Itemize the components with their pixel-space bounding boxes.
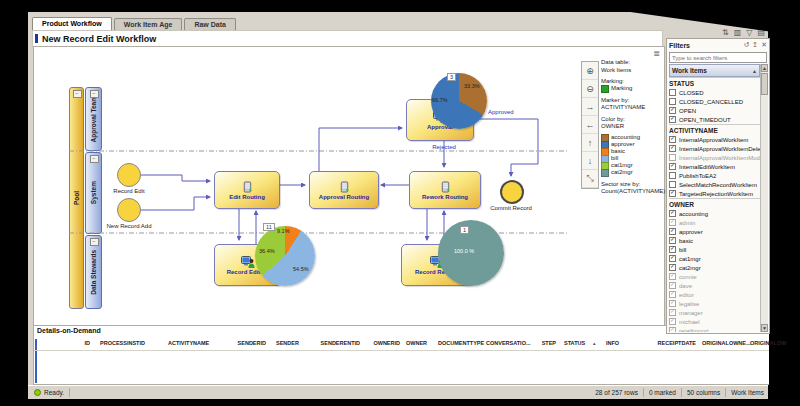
filter-checkbox-michael[interactable]: michael bbox=[669, 317, 760, 326]
pan-up-icon[interactable]: ↑ bbox=[582, 134, 598, 152]
filter-list: STATUS CLOSED CLOSED_CANCELLED OPEN OPEN… bbox=[669, 77, 760, 332]
filter-checkbox-selectmatchrecordworkitem[interactable]: SelectMatchRecordWorkItem bbox=[669, 180, 760, 189]
filter-table-group[interactable]: Work Items ▲ bbox=[669, 64, 760, 77]
checkbox-icon bbox=[669, 219, 676, 226]
legend-color-by-value[interactable]: OWNER bbox=[601, 123, 663, 131]
tab-work-item-age[interactable]: Work Item Age bbox=[114, 18, 183, 30]
collapse-panel-icon[interactable]: ↥ bbox=[752, 41, 758, 49]
filter-checkbox-closed[interactable]: CLOSED bbox=[669, 88, 760, 97]
legend-sector-value[interactable]: Count(ACTIVITYNAME) bbox=[601, 188, 663, 196]
column-header[interactable]: DOCUMENTTYPE bbox=[438, 340, 484, 346]
service-task-icon bbox=[242, 181, 253, 193]
zoom-out-icon[interactable]: ⊖ bbox=[582, 80, 598, 98]
panel-properties-icon[interactable]: ≣ bbox=[653, 49, 660, 58]
filter-checkbox-connie[interactable]: connie bbox=[669, 272, 760, 281]
checkbox-icon bbox=[669, 228, 676, 235]
scrollbar-thumb[interactable] bbox=[761, 73, 768, 95]
collapse-group-icon[interactable]: ▲ bbox=[752, 68, 757, 74]
column-header[interactable]: OWNER bbox=[406, 340, 427, 346]
close-panel-icon[interactable]: ✕ bbox=[761, 41, 767, 49]
filter-checkbox-cat1mgr[interactable]: cat1mgr bbox=[669, 254, 760, 263]
edge-label-rejected: Rejected bbox=[419, 144, 469, 150]
legend-marking[interactable]: Marking bbox=[601, 86, 663, 93]
checkbox-icon bbox=[669, 300, 676, 307]
checkbox-icon bbox=[669, 210, 676, 217]
filter-checkbox-open[interactable]: OPEN bbox=[669, 106, 760, 115]
filter-checkbox-internalapprovalworkitemdelete[interactable]: InternalApprovalWorkItemDelete bbox=[669, 144, 760, 153]
filter-checkbox-publishtoea2[interactable]: PublishToEA2 bbox=[669, 171, 760, 180]
filters-scrollbar[interactable]: ▲ ▼ bbox=[760, 64, 768, 332]
filter-checkbox-manager[interactable]: manager bbox=[669, 308, 760, 317]
collapse-lane-button[interactable]: − bbox=[90, 238, 99, 246]
filter-checkbox-internalapprovalworkitem[interactable]: InternalApprovalWorkItem bbox=[669, 135, 760, 144]
column-header[interactable]: OWNERID bbox=[364, 340, 400, 346]
column-header[interactable]: RECEIPTDATE bbox=[642, 340, 696, 346]
collapse-pool-button[interactable]: − bbox=[73, 90, 82, 98]
sort-icon[interactable]: ⇅ bbox=[722, 28, 729, 37]
start-event-record-edit[interactable] bbox=[117, 163, 141, 187]
title-accent-bar bbox=[35, 34, 38, 43]
collapse-lane-button[interactable]: − bbox=[90, 90, 99, 98]
service-task-icon bbox=[440, 181, 451, 193]
legend-item-cat2mgr[interactable]: cat2mgr bbox=[601, 170, 663, 177]
page-tabs: Product Workflow Work Item Age Raw Data bbox=[32, 16, 238, 30]
legend-marker-by-value[interactable]: ACTIVITYNAME bbox=[601, 104, 663, 112]
details-title: Details-on-Demand bbox=[37, 327, 101, 334]
active-table-name[interactable]: Work Items bbox=[731, 389, 764, 396]
column-header[interactable]: ID bbox=[62, 340, 90, 346]
filter-checkbox-editor[interactable]: editor bbox=[669, 290, 760, 299]
column-header[interactable]: SENDERID bbox=[222, 340, 266, 346]
tab-product-workflow[interactable]: Product Workflow bbox=[32, 17, 112, 30]
columns-icon[interactable]: ▥ bbox=[734, 28, 742, 37]
column-header[interactable]: CONVERSATIO... bbox=[486, 340, 531, 346]
filter-section-status: STATUS bbox=[669, 77, 760, 88]
filter-checkbox-dave[interactable]: dave bbox=[669, 281, 760, 290]
event-label: Record Edit bbox=[99, 188, 159, 194]
reset-filters-icon[interactable]: ↺ bbox=[743, 41, 749, 49]
checkbox-icon bbox=[669, 145, 676, 152]
pan-right-icon[interactable]: → bbox=[582, 98, 598, 116]
filter-checkbox-open-timedout[interactable]: OPEN_TIMEDOUT bbox=[669, 115, 760, 124]
filter-checkbox-legalise[interactable]: legalise bbox=[669, 299, 760, 308]
pie-chart-record-editing[interactable] bbox=[255, 226, 315, 286]
pan-down-icon[interactable]: ↓ bbox=[582, 152, 598, 170]
fit-view-icon[interactable]: ⤡ bbox=[582, 170, 598, 188]
filter-checkbox-approver[interactable]: approver bbox=[669, 227, 760, 236]
filter-checkbox-targetedrejectionworkitem[interactable]: TargetedRejectionWorkItem bbox=[669, 189, 760, 198]
filter-checkbox-admin[interactable]: admin bbox=[669, 218, 760, 227]
column-header[interactable]: STEP bbox=[528, 340, 556, 346]
column-header[interactable]: SENDER bbox=[276, 340, 299, 346]
filter-checkbox-bill[interactable]: bill bbox=[669, 245, 760, 254]
checkbox-icon bbox=[669, 116, 676, 123]
workflow-visualization[interactable]: ≣ − Pool − Approval Team − System − Data… bbox=[33, 46, 665, 327]
collapse-lane-button[interactable]: − bbox=[90, 155, 99, 163]
pan-left-icon[interactable]: ← bbox=[582, 116, 598, 134]
start-event-new-record-add[interactable] bbox=[117, 198, 141, 222]
scroll-down-icon[interactable]: ▼ bbox=[761, 324, 768, 332]
filter-checkbox-internalapprovalworkitemmodify[interactable]: InternalApprovalWorkItemModify bbox=[669, 153, 760, 162]
column-header[interactable]: ORIGINALOWNE... bbox=[702, 340, 751, 346]
filter-checkbox-basic[interactable]: basic bbox=[669, 236, 760, 245]
filter-search-input[interactable] bbox=[669, 52, 767, 63]
scroll-up-icon[interactable]: ▲ bbox=[761, 64, 768, 72]
node-edit-routing[interactable]: Edit Routing bbox=[214, 171, 280, 209]
checkbox-icon bbox=[669, 190, 676, 197]
legend-data-table-value[interactable]: Work Items bbox=[601, 67, 663, 75]
filter-checkbox-internaleditworkitem[interactable]: InternalEditWorkItem bbox=[669, 162, 760, 171]
column-header[interactable]: SENDERENTID bbox=[310, 340, 360, 346]
tab-raw-data[interactable]: Raw Data bbox=[184, 18, 236, 30]
filter-checkbox-cat2mgr[interactable]: cat2mgr bbox=[669, 263, 760, 272]
column-header[interactable]: INFO bbox=[606, 340, 619, 346]
column-header[interactable]: ACTIVITYNAME bbox=[168, 340, 209, 346]
column-header-sorted[interactable]: STATUS bbox=[564, 340, 585, 346]
column-header[interactable]: ORIGINALOW bbox=[750, 340, 786, 346]
node-approval-routing[interactable]: Approval Routing bbox=[309, 171, 379, 209]
filter-checkbox-retailimport[interactable]: retailimport bbox=[669, 326, 760, 332]
filter-funnel-icon[interactable]: ▽ bbox=[746, 28, 752, 37]
filter-checkbox-closed-cancelled[interactable]: CLOSED_CANCELLED bbox=[669, 97, 760, 106]
node-rework-routing[interactable]: Rework Routing bbox=[409, 171, 481, 209]
zoom-in-icon[interactable]: ⊕ bbox=[582, 62, 598, 80]
filter-checkbox-accounting[interactable]: accounting bbox=[669, 209, 760, 218]
column-header[interactable]: PROCESSINSTID bbox=[100, 340, 145, 346]
end-event-commit-record[interactable] bbox=[500, 180, 524, 204]
